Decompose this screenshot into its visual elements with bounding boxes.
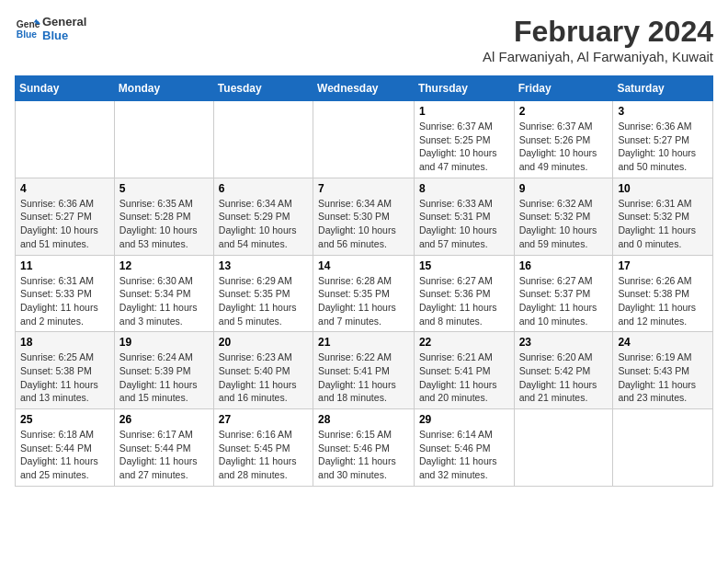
day-number: 6: [219, 182, 308, 195]
day-info: Sunrise: 6:31 AM Sunset: 5:32 PM Dayligh…: [618, 197, 708, 251]
day-number: 28: [318, 413, 409, 426]
weekday-header-wednesday: Wednesday: [313, 76, 415, 101]
calendar-week-2: 4Sunrise: 6:36 AM Sunset: 5:27 PM Daylig…: [16, 178, 713, 255]
calendar-week-5: 25Sunrise: 6:18 AM Sunset: 5:44 PM Dayli…: [16, 409, 713, 487]
day-info: Sunrise: 6:19 AM Sunset: 5:43 PM Dayligh…: [618, 350, 708, 405]
day-number: 14: [318, 259, 409, 272]
day-number: 11: [20, 259, 109, 272]
day-number: 29: [419, 413, 509, 426]
day-info: Sunrise: 6:37 AM Sunset: 5:25 PM Dayligh…: [419, 120, 509, 174]
weekday-header-tuesday: Tuesday: [213, 76, 313, 101]
calendar-week-1: 1Sunrise: 6:37 AM Sunset: 5:25 PM Daylig…: [16, 101, 713, 178]
calendar-title: February 2024: [483, 15, 713, 49]
day-info: Sunrise: 6:36 AM Sunset: 5:27 PM Dayligh…: [20, 197, 109, 251]
calendar-cell: [514, 409, 613, 487]
logo: General Blue General Blue: [15, 15, 86, 42]
day-number: 13: [219, 259, 308, 272]
day-info: Sunrise: 6:24 AM Sunset: 5:39 PM Dayligh…: [119, 350, 209, 405]
calendar-cell: [213, 101, 313, 178]
day-info: Sunrise: 6:27 AM Sunset: 5:36 PM Dayligh…: [419, 274, 509, 328]
weekday-header-thursday: Thursday: [414, 76, 514, 101]
calendar-cell: 29Sunrise: 6:14 AM Sunset: 5:46 PM Dayli…: [414, 409, 514, 487]
day-info: Sunrise: 6:30 AM Sunset: 5:34 PM Dayligh…: [119, 274, 209, 328]
calendar-cell: 9Sunrise: 6:32 AM Sunset: 5:32 PM Daylig…: [514, 178, 613, 255]
day-info: Sunrise: 6:22 AM Sunset: 5:41 PM Dayligh…: [318, 350, 409, 405]
day-number: 27: [219, 413, 308, 426]
calendar-cell: 16Sunrise: 6:27 AM Sunset: 5:37 PM Dayli…: [514, 255, 613, 332]
calendar-cell: 12Sunrise: 6:30 AM Sunset: 5:34 PM Dayli…: [114, 255, 213, 332]
day-number: 22: [419, 336, 509, 349]
calendar-cell: [114, 101, 213, 178]
calendar-table: SundayMondayTuesdayWednesdayThursdayFrid…: [15, 75, 713, 487]
day-info: Sunrise: 6:14 AM Sunset: 5:46 PM Dayligh…: [419, 428, 509, 482]
day-number: 3: [618, 105, 708, 118]
day-info: Sunrise: 6:17 AM Sunset: 5:44 PM Dayligh…: [119, 428, 209, 482]
day-number: 10: [618, 182, 708, 195]
calendar-cell: 13Sunrise: 6:29 AM Sunset: 5:35 PM Dayli…: [213, 255, 313, 332]
calendar-subtitle: Al Farwaniyah, Al Farwaniyah, Kuwait: [483, 49, 713, 64]
calendar-cell: [613, 409, 713, 487]
calendar-cell: 14Sunrise: 6:28 AM Sunset: 5:35 PM Dayli…: [313, 255, 415, 332]
day-info: Sunrise: 6:21 AM Sunset: 5:41 PM Dayligh…: [419, 350, 509, 405]
day-info: Sunrise: 6:28 AM Sunset: 5:35 PM Dayligh…: [318, 274, 409, 328]
calendar-cell: 23Sunrise: 6:20 AM Sunset: 5:42 PM Dayli…: [514, 332, 613, 409]
day-info: Sunrise: 6:15 AM Sunset: 5:46 PM Dayligh…: [318, 428, 409, 482]
day-info: Sunrise: 6:18 AM Sunset: 5:44 PM Dayligh…: [20, 428, 109, 482]
calendar-week-3: 11Sunrise: 6:31 AM Sunset: 5:33 PM Dayli…: [16, 255, 713, 332]
weekday-header-sunday: Sunday: [16, 76, 115, 101]
day-number: 25: [20, 413, 109, 426]
calendar-cell: 4Sunrise: 6:36 AM Sunset: 5:27 PM Daylig…: [16, 178, 115, 255]
calendar-cell: 22Sunrise: 6:21 AM Sunset: 5:41 PM Dayli…: [414, 332, 514, 409]
day-info: Sunrise: 6:34 AM Sunset: 5:29 PM Dayligh…: [219, 197, 308, 251]
calendar-cell: 24Sunrise: 6:19 AM Sunset: 5:43 PM Dayli…: [613, 332, 713, 409]
day-number: 12: [119, 259, 209, 272]
calendar-cell: 10Sunrise: 6:31 AM Sunset: 5:32 PM Dayli…: [613, 178, 713, 255]
calendar-cell: 27Sunrise: 6:16 AM Sunset: 5:45 PM Dayli…: [213, 409, 313, 487]
day-info: Sunrise: 6:34 AM Sunset: 5:30 PM Dayligh…: [318, 197, 409, 251]
day-info: Sunrise: 6:37 AM Sunset: 5:26 PM Dayligh…: [519, 120, 609, 174]
day-number: 17: [618, 259, 708, 272]
day-number: 16: [519, 259, 609, 272]
day-info: Sunrise: 6:31 AM Sunset: 5:33 PM Dayligh…: [20, 274, 109, 328]
day-info: Sunrise: 6:29 AM Sunset: 5:35 PM Dayligh…: [219, 274, 308, 328]
day-number: 18: [20, 336, 109, 349]
day-number: 26: [119, 413, 209, 426]
day-number: 21: [318, 336, 409, 349]
day-number: 24: [618, 336, 708, 349]
calendar-cell: 25Sunrise: 6:18 AM Sunset: 5:44 PM Dayli…: [16, 409, 115, 487]
day-number: 20: [219, 336, 308, 349]
day-info: Sunrise: 6:27 AM Sunset: 5:37 PM Dayligh…: [519, 274, 609, 328]
day-info: Sunrise: 6:25 AM Sunset: 5:38 PM Dayligh…: [20, 350, 109, 405]
title-block: February 2024 Al Farwaniyah, Al Farwaniy…: [483, 15, 713, 64]
day-number: 23: [519, 336, 609, 349]
calendar-cell: [16, 101, 115, 178]
calendar-cell: 8Sunrise: 6:33 AM Sunset: 5:31 PM Daylig…: [414, 178, 514, 255]
calendar-cell: 20Sunrise: 6:23 AM Sunset: 5:40 PM Dayli…: [213, 332, 313, 409]
svg-text:Blue: Blue: [17, 29, 38, 40]
day-number: 4: [20, 182, 109, 195]
day-info: Sunrise: 6:23 AM Sunset: 5:40 PM Dayligh…: [219, 350, 308, 405]
logo-icon: General Blue: [15, 16, 40, 41]
weekday-header-row: SundayMondayTuesdayWednesdayThursdayFrid…: [16, 76, 713, 101]
calendar-week-4: 18Sunrise: 6:25 AM Sunset: 5:38 PM Dayli…: [16, 332, 713, 409]
calendar-cell: 3Sunrise: 6:36 AM Sunset: 5:27 PM Daylig…: [613, 101, 713, 178]
day-number: 5: [119, 182, 209, 195]
calendar-cell: 18Sunrise: 6:25 AM Sunset: 5:38 PM Dayli…: [16, 332, 115, 409]
day-info: Sunrise: 6:32 AM Sunset: 5:32 PM Dayligh…: [519, 197, 609, 251]
calendar-cell: 5Sunrise: 6:35 AM Sunset: 5:28 PM Daylig…: [114, 178, 213, 255]
calendar-cell: 1Sunrise: 6:37 AM Sunset: 5:25 PM Daylig…: [414, 101, 514, 178]
day-number: 7: [318, 182, 409, 195]
day-info: Sunrise: 6:16 AM Sunset: 5:45 PM Dayligh…: [219, 428, 308, 482]
calendar-cell: 21Sunrise: 6:22 AM Sunset: 5:41 PM Dayli…: [313, 332, 415, 409]
day-number: 9: [519, 182, 609, 195]
calendar-cell: 15Sunrise: 6:27 AM Sunset: 5:36 PM Dayli…: [414, 255, 514, 332]
calendar-cell: 7Sunrise: 6:34 AM Sunset: 5:30 PM Daylig…: [313, 178, 415, 255]
weekday-header-friday: Friday: [514, 76, 613, 101]
day-number: 2: [519, 105, 609, 118]
logo-line2: Blue: [42, 29, 86, 42]
day-number: 15: [419, 259, 509, 272]
logo-line1: General: [42, 15, 86, 29]
day-number: 1: [419, 105, 509, 118]
calendar-cell: 28Sunrise: 6:15 AM Sunset: 5:46 PM Dayli…: [313, 409, 415, 487]
calendar-cell: 2Sunrise: 6:37 AM Sunset: 5:26 PM Daylig…: [514, 101, 613, 178]
